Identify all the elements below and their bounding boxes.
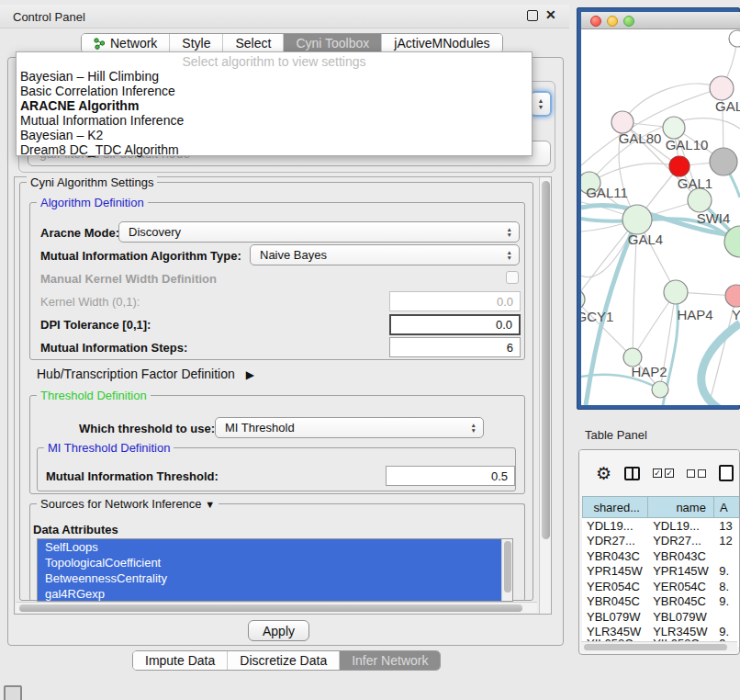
close-icon[interactable]: ✕ (545, 7, 556, 22)
data-attributes-list: SelfLoops TopologicalCoefficient Between… (37, 538, 513, 602)
list-vertical-scrollbar[interactable] (501, 539, 512, 601)
scrollbar-thumb[interactable] (504, 541, 511, 593)
network-node[interactable] (652, 381, 668, 398)
tab-style[interactable]: Style (170, 34, 223, 52)
node-label: HAP2 (631, 364, 667, 379)
network-node-gcy1[interactable] (581, 289, 585, 310)
node-label: GAL4 (628, 231, 663, 247)
table-panel-window: ⚙ ✓✓ shared... name A YDL19... YDL19... … (578, 449, 740, 655)
table-row[interactable]: YDL19... YDL19... 13 (582, 518, 740, 534)
node-label: GCY1 (581, 309, 613, 324)
hub-section-header[interactable]: Hub/Transcription Factor Definition ▶ (37, 367, 254, 381)
table-header-row: shared... name A (582, 496, 740, 518)
node-table: shared... name A YDL19... YDL19... 13 YD… (582, 496, 740, 647)
list-item[interactable]: SelfLoops (38, 539, 512, 555)
select-all-checkboxes-icon[interactable]: ✓✓ (653, 469, 674, 478)
which-threshold-combo[interactable]: MI Threshold ▲▼ (215, 417, 484, 438)
table-row[interactable]: YLR345W YLR345W 9. (582, 625, 740, 640)
algorithm-combo-arrow[interactable]: ▲▼ (530, 91, 552, 117)
apply-button[interactable]: Apply (248, 620, 309, 641)
tab-impute-data[interactable]: Impute Data (133, 651, 228, 670)
tab-jactivemnodules[interactable]: jActiveMNodules (382, 34, 501, 52)
control-panel-tabbar: Network Style Select Cyni Toolbox jActiv… (81, 33, 503, 53)
node-label: HAP4 (677, 307, 712, 322)
node-label: GAL11 (586, 185, 628, 200)
dropdown-prompt: Select algorithm to view settings (17, 54, 532, 69)
deselect-all-checkboxes-icon[interactable] (687, 469, 706, 478)
network-node-gal4[interactable] (622, 205, 652, 234)
tab-infer-network[interactable]: Infer Network (340, 651, 440, 670)
mi-steps-field[interactable]: 6 (389, 337, 521, 357)
aracne-mode-combo[interactable]: Discovery ▲▼ (118, 221, 520, 243)
table-row[interactable]: YBL079W YBL079W (582, 609, 740, 625)
network-window-titlebar[interactable] (581, 12, 740, 29)
scrollbar-thumb[interactable] (542, 181, 550, 539)
table-horizontal-scrollbar[interactable] (581, 641, 737, 651)
scrollbar-thumb[interactable] (584, 644, 727, 650)
network-node[interactable] (710, 76, 734, 100)
dropdown-item[interactable]: Dream8 DC_TDC Algorithm (17, 142, 532, 157)
scrollbar-thumb[interactable] (19, 604, 522, 612)
tab-discretize-data[interactable]: Discretize Data (228, 651, 340, 670)
panel-grip-icon[interactable] (4, 685, 22, 700)
network-node[interactable] (725, 285, 740, 307)
group-title: Algorithm Definition (37, 196, 148, 209)
mi-type-combo[interactable]: Naive Bayes ▲▼ (250, 244, 520, 265)
network-node-gal1[interactable] (688, 188, 712, 212)
dpi-tolerance-label: DPI Tolerance [0,1]: (40, 318, 151, 332)
network-node-hap4[interactable] (664, 280, 688, 304)
settings-vertical-scrollbar[interactable] (539, 177, 551, 614)
table-row[interactable]: YBR043C YBR043C (582, 548, 740, 564)
table-toolbar: ⚙ ✓✓ (579, 450, 739, 496)
mi-threshold-field[interactable]: 0.5 (386, 466, 515, 486)
network-canvas[interactable]: GAL GAL80 GAL10 GAL1 GAL11 SWI4 GAL4 GCY… (581, 29, 740, 405)
column-header-shared[interactable]: shared... (582, 496, 648, 518)
dropdown-item[interactable]: Basic Correlation Inference (17, 84, 532, 98)
table-row[interactable]: YER054C YER054C 8. (582, 579, 740, 594)
list-item[interactable]: BetweennessCentrality (38, 570, 512, 586)
algorithm-dropdown-popup: Select algorithm to view settings Bayesi… (16, 51, 533, 156)
combo-arrows-icon: ▲▼ (471, 423, 477, 434)
mi-threshold-label: Mutual Information Threshold: (46, 469, 219, 483)
table-row[interactable]: YPR145W YPR145W 9. (582, 564, 740, 580)
gear-icon[interactable]: ⚙ (596, 463, 611, 484)
network-node-swi4[interactable] (724, 226, 740, 257)
dropdown-item[interactable]: Bayesian – K2 (17, 128, 532, 142)
zoom-traffic-light-icon[interactable] (623, 16, 634, 27)
table-row[interactable]: YBR045C YBR045C 9. (582, 594, 740, 610)
dropdown-item[interactable]: Mutual Information Inference (17, 113, 532, 128)
collapse-down-icon: ▼ (205, 499, 215, 510)
column-layout-icon[interactable] (624, 467, 640, 480)
manual-kernel-checkbox[interactable] (506, 271, 519, 284)
manual-kernel-label: Manual Kernel Width Definition (40, 272, 217, 286)
new-table-icon[interactable] (719, 465, 734, 481)
network-node[interactable] (710, 148, 737, 175)
node-label: SWI4 (697, 210, 731, 226)
network-node[interactable] (729, 30, 740, 47)
close-traffic-light-icon[interactable] (590, 16, 601, 27)
data-attributes-label: Data Attributes (33, 523, 118, 536)
group-title: Sources for Network Inference ▼ (37, 497, 219, 511)
control-panel-title: Control Panel (13, 10, 85, 24)
dropdown-item[interactable]: Bayesian – Hill Climbing (17, 69, 532, 84)
float-window-icon[interactable] (527, 10, 538, 21)
column-header-partial[interactable]: A (714, 496, 740, 518)
table-row[interactable]: YDR27... YDR27... 12 (582, 534, 740, 549)
list-item[interactable]: gal4RGexp (38, 586, 512, 602)
network-node-gal10[interactable] (663, 117, 685, 139)
network-icon (94, 38, 106, 50)
list-item[interactable]: TopologicalCoefficient (38, 555, 512, 570)
node-label: GAL80 (619, 130, 662, 146)
column-header-name[interactable]: name (648, 496, 714, 518)
kernel-width-field[interactable]: 0.0 (389, 291, 521, 311)
network-node-selected[interactable] (669, 156, 690, 176)
tab-select[interactable]: Select (223, 34, 284, 52)
settings-horizontal-scrollbar[interactable] (16, 602, 537, 613)
mi-steps-label: Mutual Information Steps: (40, 341, 187, 355)
dropdown-item-selected[interactable]: ARACNE Algorithm (17, 98, 532, 113)
tab-cyni-toolbox[interactable]: Cyni Toolbox (284, 34, 382, 52)
node-label: GAL (715, 98, 740, 114)
tab-network[interactable]: Network (82, 34, 170, 52)
minimize-traffic-light-icon[interactable] (607, 16, 618, 27)
dpi-tolerance-field[interactable]: 0.0 (389, 314, 521, 335)
